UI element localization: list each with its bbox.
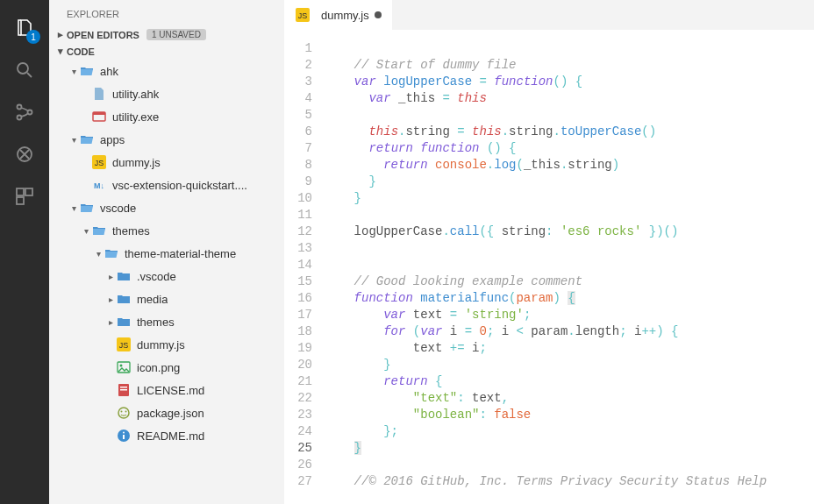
tree-item-label: dummy.js — [112, 156, 161, 169]
svg-point-21 — [121, 411, 123, 413]
activity-files[interactable]: 1 — [0, 7, 49, 49]
tab-label: dummy.js — [321, 9, 369, 22]
svg-rect-6 — [25, 188, 32, 195]
js-icon: JS — [91, 154, 107, 170]
chevron-icon: ▸ — [105, 295, 116, 304]
svg-rect-7 — [17, 197, 24, 204]
tree-item-label: theme-material-theme — [125, 247, 236, 260]
activity-scm[interactable] — [0, 91, 49, 133]
tree-item[interactable]: LICENSE.md — [49, 379, 284, 401]
tree-item[interactable]: ▾apps — [49, 128, 284, 151]
tree-item-label: utility.ahk — [112, 88, 159, 101]
file-tree[interactable]: ▾ahkutility.ahkutility.exe▾appsJSdummy.j… — [49, 60, 284, 504]
tree-item[interactable]: ▸.vscode — [49, 265, 284, 287]
tree-item-label: apps — [100, 133, 125, 146]
svg-text:M↓: M↓ — [94, 181, 104, 190]
chevron-icon: ▾ — [68, 67, 79, 76]
folder-open-icon — [91, 223, 107, 238]
svg-point-1 — [18, 105, 22, 110]
line-gutter: 1234567891011121314151617181920212223242… — [284, 30, 325, 504]
svg-point-2 — [18, 116, 22, 120]
tree-item[interactable]: ▾ahk — [49, 60, 284, 82]
tree-item-label: themes — [137, 316, 175, 329]
tree-item[interactable]: package.json — [49, 401, 284, 424]
svg-rect-9 — [93, 112, 105, 115]
open-editors-label: OPEN EDITORS — [67, 30, 139, 40]
activity-bar: 1 — [0, 0, 49, 504]
activity-search[interactable] — [0, 49, 49, 91]
tree-item[interactable]: icon.png — [49, 356, 284, 379]
tree-item-label: README.md — [137, 429, 204, 443]
tree-item-label: dummy.js — [137, 338, 185, 351]
js-icon: JS — [295, 7, 311, 23]
sidebar-title: EXPLORER — [49, 0, 284, 26]
tree-item[interactable]: ▾theme-material-theme — [49, 242, 284, 265]
chevron-icon: ▾ — [68, 203, 79, 213]
tree-item[interactable]: ▾vscode — [49, 196, 284, 219]
json-icon — [116, 405, 132, 421]
tree-item[interactable]: utility.ahk — [49, 82, 284, 105]
license-icon — [116, 382, 132, 398]
tree-item-label: LICENSE.md — [137, 384, 204, 397]
chevron-icon: ▸ — [105, 272, 116, 281]
tree-item-label: package.json — [137, 407, 204, 420]
file-icon — [91, 86, 107, 102]
tree-item[interactable]: JSdummy.js — [49, 151, 284, 174]
svg-rect-24 — [123, 435, 125, 439]
tabs: JS dummy.js — [284, 0, 814, 30]
editor: JS dummy.js 1234567891011121314151617181… — [284, 0, 814, 504]
folder-icon — [116, 268, 132, 284]
tree-item[interactable]: ▸themes — [49, 310, 284, 333]
svg-text:JS: JS — [119, 341, 129, 350]
svg-text:JS: JS — [95, 159, 104, 167]
js-icon: JS — [116, 337, 132, 352]
tree-item[interactable]: M↓vsc-extension-quickstart.... — [49, 174, 284, 196]
chevron-icon: ▸ — [54, 29, 67, 40]
svg-point-16 — [120, 365, 123, 367]
tree-item[interactable]: README.md — [49, 424, 284, 447]
dirty-dot-icon — [375, 11, 382, 18]
tree-item-label: themes — [112, 224, 150, 238]
chevron-icon: ▾ — [93, 249, 104, 259]
svg-point-20 — [118, 408, 129, 418]
svg-point-25 — [123, 432, 125, 434]
chevron-icon: ▾ — [81, 226, 91, 236]
tree-item-label: vscode — [100, 202, 136, 215]
tab-dummy-js[interactable]: JS dummy.js — [284, 0, 393, 30]
tree-item[interactable]: JSdummy.js — [49, 333, 284, 356]
chevron-down-icon: ▾ — [54, 46, 67, 57]
chevron-icon: ▸ — [105, 317, 116, 327]
chevron-icon: ▾ — [68, 135, 79, 145]
open-editors-header[interactable]: ▸ OPEN EDITORS 1 UNSAVED — [49, 26, 284, 43]
image-icon — [116, 359, 132, 375]
folder-icon — [116, 314, 132, 330]
folder-open-icon — [79, 200, 95, 216]
tree-item-label: .vscode — [137, 270, 176, 283]
svg-point-0 — [18, 63, 28, 74]
svg-rect-5 — [17, 188, 24, 195]
code-area[interactable]: 1234567891011121314151617181920212223242… — [284, 30, 814, 504]
tree-item-label: media — [137, 293, 168, 306]
svg-point-22 — [125, 411, 127, 413]
tree-item[interactable]: utility.exe — [49, 105, 284, 128]
tree-item-label: vsc-extension-quickstart.... — [112, 179, 247, 192]
exe-icon — [91, 109, 107, 124]
folder-open-icon — [104, 245, 119, 261]
tree-item-label: ahk — [100, 65, 118, 78]
md-alt-icon: M↓ — [91, 177, 107, 193]
svg-rect-18 — [120, 387, 127, 388]
activity-debug[interactable] — [0, 133, 49, 175]
unsaved-count: 1 UNSAVED — [146, 29, 206, 40]
code-content[interactable]: // Start of dummy file var logUpperCase … — [325, 30, 814, 504]
root-header[interactable]: ▾ CODE — [49, 43, 284, 60]
info-icon — [116, 428, 132, 444]
root-label: CODE — [67, 46, 95, 57]
sidebar: EXPLORER ▸ OPEN EDITORS 1 UNSAVED ▾ CODE… — [49, 0, 284, 504]
svg-text:JS: JS — [298, 11, 308, 20]
activity-extensions[interactable] — [0, 175, 49, 217]
tree-item[interactable]: ▸media — [49, 287, 284, 310]
tree-item[interactable]: ▾themes — [49, 219, 284, 242]
tree-item-label: icon.png — [137, 361, 180, 374]
unsaved-badge: 1 — [26, 30, 40, 44]
svg-rect-19 — [120, 389, 127, 391]
